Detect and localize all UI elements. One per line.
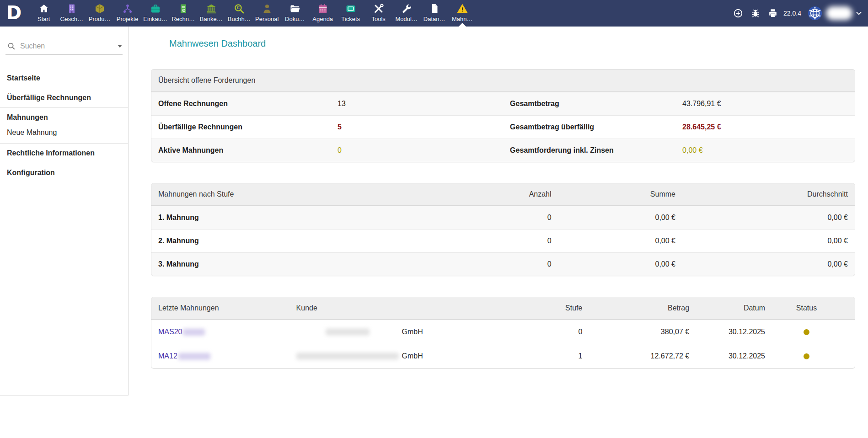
row-label: Gesamtbetrag überfällig bbox=[510, 123, 682, 131]
status-badge bbox=[804, 353, 809, 359]
mahnung-id-cell: MAS20 bbox=[158, 328, 296, 336]
status-cell bbox=[765, 352, 848, 360]
bug-icon[interactable] bbox=[750, 8, 761, 18]
nav-item-einkauf[interactable]: Einkau… bbox=[141, 0, 169, 27]
cell: 0,00 € bbox=[675, 237, 848, 245]
folder-icon bbox=[289, 3, 300, 14]
home-icon bbox=[38, 3, 49, 14]
betrag-cell: 380,07 € bbox=[582, 328, 689, 336]
redacted-text bbox=[296, 353, 399, 360]
cell: 0,00 € bbox=[552, 237, 675, 245]
row-value: 0 bbox=[338, 146, 510, 155]
column-header: Stufe bbox=[469, 304, 583, 312]
row-label: Offene Rechnungen bbox=[158, 100, 338, 108]
user-avatar[interactable] bbox=[808, 6, 822, 21]
nav-item-tools[interactable]: Tools bbox=[364, 0, 392, 27]
version-label: 22.0.4 bbox=[783, 10, 801, 17]
mahnung-id-cell: MA12 bbox=[158, 352, 296, 360]
overview-card: Übersicht offene Forderungen Offene Rech… bbox=[151, 69, 855, 162]
sitemap-icon bbox=[122, 3, 133, 14]
cell: 1. Mahnung bbox=[158, 214, 469, 222]
cell: 0,00 € bbox=[675, 260, 848, 268]
cube-icon bbox=[94, 3, 105, 14]
nav-item-dokumente[interactable]: Doku… bbox=[281, 0, 309, 27]
sidebar-item-konfiguration[interactable]: Konfiguration bbox=[0, 163, 128, 182]
table-row: MAS20 GmbH 0 380,07 € 30.12.2025 bbox=[151, 320, 855, 344]
sidebar-item-ueberfaellige-rechnungen[interactable]: Überfällige Rechnungen bbox=[0, 88, 128, 107]
plus-circle-icon[interactable] bbox=[733, 8, 743, 18]
sidebar: Startseite Überfällige Rechnungen Mahnun… bbox=[0, 27, 129, 395]
building-icon bbox=[66, 3, 77, 14]
main-content: Mahnwesen Dashboard Übersicht offene For… bbox=[129, 27, 868, 389]
mahnung-link[interactable]: MA12 bbox=[158, 352, 177, 360]
column-header: Summe bbox=[552, 190, 675, 198]
datum-cell: 30.12.2025 bbox=[689, 352, 765, 360]
nav-item-rechnungen[interactable]: $ Rechn… bbox=[169, 0, 197, 27]
cell: 0 bbox=[469, 237, 552, 245]
row-value: 13 bbox=[338, 100, 510, 108]
print-icon[interactable] bbox=[768, 8, 778, 18]
column-header: Anzahl bbox=[469, 190, 552, 198]
sidebar-item-rechtliche-informationen[interactable]: Rechtliche Informationen bbox=[0, 144, 128, 163]
row-value: 43.796,91 € bbox=[682, 100, 848, 108]
cell: 0,00 € bbox=[552, 260, 675, 268]
stufe-cell: 0 bbox=[469, 328, 583, 336]
nav-item-personal[interactable]: Personal bbox=[253, 0, 281, 27]
redacted-text bbox=[326, 329, 370, 336]
letzte-mahnungen-card: Letzte Mahnungen Kunde Stufe Betrag Datu… bbox=[151, 297, 855, 369]
overview-card-header: Übersicht offene Forderungen bbox=[151, 69, 855, 92]
column-header: Datum bbox=[689, 304, 765, 312]
nav-item-produkte[interactable]: Produ… bbox=[86, 0, 113, 27]
sidebar-menu: Startseite Überfällige Rechnungen Mahnun… bbox=[0, 69, 128, 182]
letzte-card-header: Letzte Mahnungen Kunde Stufe Betrag Datu… bbox=[151, 297, 855, 320]
chevron-down-icon[interactable] bbox=[855, 10, 863, 17]
cell: 0 bbox=[469, 260, 552, 268]
row-label: Gesamtbetrag bbox=[510, 100, 682, 108]
row-value: 0,00 € bbox=[682, 146, 848, 155]
nav-item-mahnwesen[interactable]: Mahn… bbox=[448, 0, 476, 27]
cell: 3. Mahnung bbox=[158, 260, 469, 268]
nav-item-projekte[interactable]: Projekte bbox=[113, 0, 141, 27]
nav-item-datanorm[interactable]: Datan… bbox=[420, 0, 448, 27]
status-cell bbox=[765, 328, 848, 336]
search-input[interactable] bbox=[20, 42, 115, 50]
tools-icon bbox=[373, 3, 384, 14]
sidebar-item-mahnungen[interactable]: Mahnungen bbox=[0, 108, 128, 127]
nav-item-geschaeftspartner[interactable]: Gesch… bbox=[58, 0, 86, 27]
nav-item-banken[interactable]: Banke… bbox=[197, 0, 225, 27]
column-header: Status bbox=[765, 304, 848, 312]
redacted-text bbox=[178, 353, 210, 360]
table-row: 2. Mahnung 0 0,00 € 0,00 € bbox=[151, 229, 855, 252]
app-logo[interactable]: D bbox=[0, 0, 30, 27]
svg-text:$: $ bbox=[183, 9, 184, 12]
sidebar-item-neue-mahnung[interactable]: Neue Mahnung bbox=[0, 127, 128, 143]
column-header: Mahnungen nach Stufe bbox=[158, 190, 469, 198]
sidebar-item-startseite[interactable]: Startseite bbox=[0, 69, 128, 88]
nav-item-tickets[interactable]: Tickets bbox=[337, 0, 364, 27]
cell: 2. Mahnung bbox=[158, 237, 469, 245]
column-header: Betrag bbox=[582, 304, 689, 312]
table-row: 1. Mahnung 0 0,00 € 0,00 € bbox=[151, 206, 855, 229]
cell: 0,00 € bbox=[675, 214, 848, 222]
nav-item-module[interactable]: Modul… bbox=[392, 0, 420, 27]
stufen-card-header: Mahnungen nach Stufe Anzahl Summe Durchs… bbox=[151, 183, 855, 206]
invoice-icon: $ bbox=[178, 3, 189, 14]
redacted-text bbox=[183, 329, 205, 336]
nav-item-start[interactable]: Start bbox=[30, 0, 58, 27]
navbar-right: 22.0.4 bbox=[726, 0, 863, 27]
username-redacted[interactable] bbox=[826, 6, 852, 20]
svg-text:€: € bbox=[236, 5, 240, 10]
status-badge bbox=[804, 329, 809, 335]
column-header: Kunde bbox=[296, 304, 469, 312]
search-dropdown-caret[interactable] bbox=[118, 45, 122, 48]
nav-item-buchhaltung[interactable]: € Buchh… bbox=[225, 0, 253, 27]
search-icon bbox=[7, 42, 16, 50]
mahnung-link[interactable]: MAS20 bbox=[158, 328, 182, 336]
row-label: Aktive Mahnungen bbox=[158, 146, 338, 155]
row-label: Gesamtforderung inkl. Zinsen bbox=[510, 146, 682, 155]
overview-row: Überfällige Rechnungen 5 Gesamtbetrag üb… bbox=[151, 115, 855, 139]
row-value: 5 bbox=[338, 123, 510, 131]
stufe-cell: 1 bbox=[469, 352, 583, 360]
nav-item-agenda[interactable]: Agenda bbox=[309, 0, 337, 27]
calendar-icon bbox=[317, 3, 328, 14]
